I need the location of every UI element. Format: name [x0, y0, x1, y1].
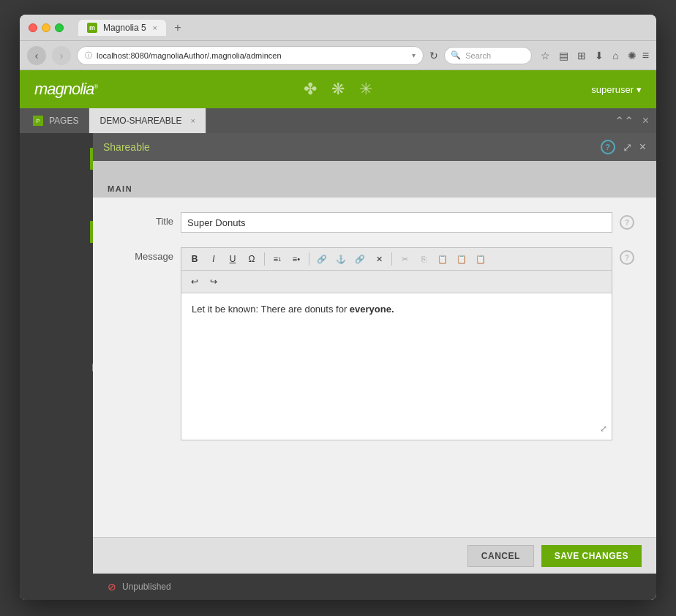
demo-tab-close[interactable]: × [191, 116, 195, 125]
asterisk-icon[interactable]: ✳ [359, 80, 372, 99]
main-section-label: MAIN [108, 184, 132, 193]
dialog-panel: Shareable ? ⤢ × Title [93, 133, 656, 574]
rte-anchor-button[interactable]: ⚓ [332, 251, 350, 267]
rte-toolbar-row1: B I U Ω ≡1 ≡• 🔗 [181, 248, 612, 271]
new-tab-button[interactable]: + [169, 19, 187, 37]
rte-redo-button[interactable]: ↪ [205, 274, 222, 290]
browser-tab[interactable]: m Magnolia 5 × [78, 20, 166, 36]
rte-unlink-button[interactable]: ✕ [370, 251, 388, 267]
magnolia-header: magnolia® ✤ ❋ ✳ superuser ▾ [20, 70, 656, 108]
rte-paste-text-button[interactable]: 📋 [453, 251, 470, 267]
demo-tab-label: DEMO-SHAREABLE [99, 116, 181, 126]
user-menu[interactable]: superuser ▾ [591, 84, 642, 95]
browser-toolbar: ☆ ▤ ⊞ ⬇ ⌂ ✺ [541, 50, 636, 61]
rte-underline-button[interactable]: U [224, 251, 241, 267]
rte-expand-button[interactable]: ⤢ [600, 422, 607, 435]
browser-tab-close[interactable]: × [153, 23, 157, 32]
hamburger-menu[interactable]: ≡ [642, 49, 649, 62]
dialog-header: Shareable ? ⤢ × [93, 133, 656, 161]
rte-bold-button[interactable]: B [186, 251, 203, 267]
rte-cut-button[interactable]: ✂ [396, 251, 413, 267]
main-area: ▶ Shareable ? ⤢ × [20, 133, 656, 600]
home-icon[interactable]: ⌂ [612, 50, 618, 61]
header-center-icons: ✤ ❋ ✳ [304, 80, 372, 99]
app-content: magnolia® ✤ ❋ ✳ superuser ▾ P PAGES DEMO… [20, 70, 656, 600]
collapse-tabs-button[interactable]: ⌃⌃ [612, 114, 636, 128]
dialog-header-actions: ? ⤢ × [601, 140, 646, 154]
tab-bar-actions: ⌃⌃ × [612, 108, 656, 133]
rte-link-button[interactable]: 🔗 [313, 251, 331, 267]
message-form-row: Message B I U Ω [115, 247, 634, 440]
extensions-icon[interactable]: ✺ [628, 50, 636, 61]
title-label: Title [115, 212, 173, 227]
tab-pages[interactable]: P PAGES [23, 108, 89, 133]
title-input[interactable] [181, 212, 612, 233]
rte-content-area[interactable]: Let it be known: There are donuts for ev… [181, 293, 612, 440]
minimize-window-button[interactable] [42, 23, 50, 32]
pages-tab-icon: P [33, 116, 43, 126]
pulse-icon[interactable]: ❋ [331, 80, 345, 99]
search-bar[interactable]: 🔍 Search [444, 47, 532, 64]
form-area: Title ? Message [93, 198, 656, 470]
dialog-footer: CANCEL SAVE CHANGES [93, 537, 656, 574]
rte-copy-button[interactable]: ⎘ [415, 251, 432, 267]
search-icon: 🔍 [451, 50, 461, 60]
rte-container: B I U Ω ≡1 ≡• 🔗 [181, 247, 612, 440]
username: superuser [591, 84, 634, 95]
download-icon[interactable]: ⬇ [595, 50, 604, 61]
status-text: Unpublished [122, 582, 171, 592]
rte-italic-button[interactable]: I [205, 251, 222, 267]
address-chevron[interactable]: ▾ [412, 51, 416, 59]
title-help-button[interactable]: ? [620, 215, 634, 230]
traffic-lights [29, 23, 64, 32]
rte-paste-word-button[interactable]: 📋 [472, 251, 489, 267]
bookmark-icon[interactable]: ☆ [541, 50, 550, 61]
save-button[interactable]: SAVE CHANGES [541, 545, 642, 567]
shield-icon[interactable]: ⊞ [577, 50, 586, 61]
refresh-button[interactable]: ↻ [429, 50, 438, 61]
dialog-title: Shareable [103, 141, 593, 153]
rte-paste-button[interactable]: 📋 [434, 251, 451, 267]
section-header: Title [93, 161, 656, 180]
close-all-tabs-button[interactable]: × [639, 114, 652, 127]
browser-tab-label: Magnolia 5 [103, 23, 146, 33]
rte-link2-button[interactable]: 🔗 [351, 251, 369, 267]
status-bar: ⊘ Unpublished [93, 574, 656, 600]
cancel-button[interactable]: CANCEL [467, 545, 534, 567]
user-chevron: ▾ [636, 84, 642, 95]
maximize-window-button[interactable] [55, 23, 64, 32]
rte-special-char-button[interactable]: Ω [243, 251, 260, 267]
message-field-container: B I U Ω ≡1 ≡• 🔗 [181, 247, 612, 440]
dialog-close-button[interactable]: × [639, 140, 646, 154]
forward-button[interactable]: › [52, 46, 71, 65]
pages-tab-label: PAGES [49, 116, 78, 126]
tab-favicon: m [87, 23, 97, 33]
close-window-button[interactable] [29, 23, 37, 32]
tab-demo-shareable[interactable]: DEMO-SHAREABLE × [89, 108, 206, 133]
app-tabbar: P PAGES DEMO-SHAREABLE × ⌃⌃ × [20, 108, 656, 133]
logo-sup: ® [94, 83, 97, 90]
apps-icon[interactable]: ✤ [304, 80, 317, 99]
message-help-button[interactable]: ? [620, 250, 634, 265]
dialog-expand-button[interactable]: ⤢ [623, 140, 632, 154]
rte-text-bold: everyone. [350, 304, 394, 315]
browser-addressbar: ‹ › ⓘ localhost:8080/magnoliaAuthor/.mag… [20, 41, 656, 70]
browser-titlebar: m Magnolia 5 × + [20, 15, 656, 41]
dialog-help-button[interactable]: ? [601, 140, 615, 154]
rte-text-plain: Let it be known: There are donuts for [192, 304, 350, 315]
rte-separator-2 [309, 252, 309, 266]
title-form-row: Title ? [115, 212, 634, 233]
back-button[interactable]: ‹ [27, 46, 46, 65]
reader-icon[interactable]: ▤ [559, 50, 568, 61]
rte-separator-3 [391, 252, 392, 266]
rte-separator-1 [264, 252, 265, 266]
rte-unordered-list-button[interactable]: ≡• [288, 251, 305, 267]
dialog-content: Title MAIN Title [93, 161, 656, 537]
unpublished-icon: ⊘ [108, 581, 116, 593]
address-bar[interactable]: ⓘ localhost:8080/magnoliaAuthor/.magnoli… [77, 46, 424, 65]
rte-toolbar-row2: ↩ ↪ [181, 271, 612, 293]
rte-ordered-list-button[interactable]: ≡1 [268, 251, 286, 267]
rte-undo-button[interactable]: ↩ [186, 274, 203, 290]
magnolia-logo: magnolia® [34, 80, 97, 99]
browser-window: m Magnolia 5 × + ‹ › ⓘ localhost:8080/ma… [20, 15, 656, 600]
